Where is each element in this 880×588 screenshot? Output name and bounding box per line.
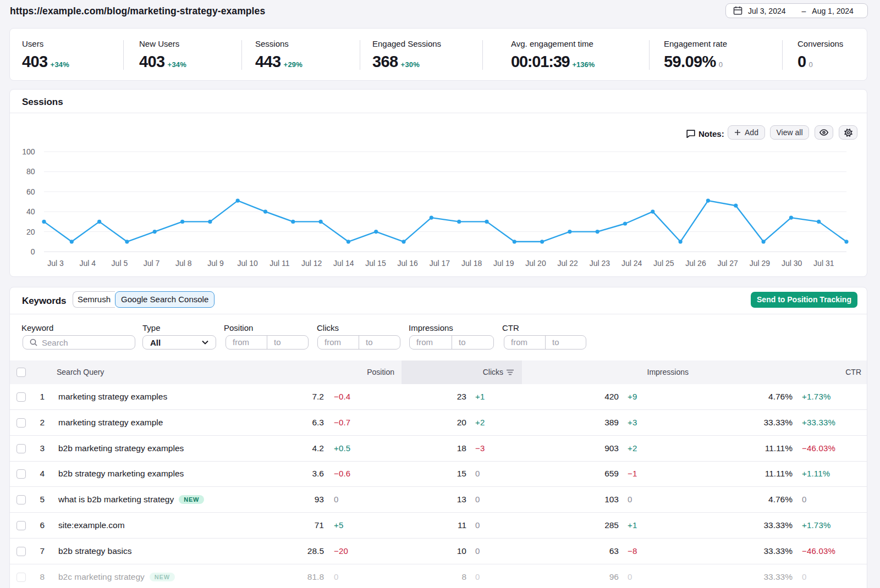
svg-text:80: 80 [26, 167, 35, 176]
svg-text:Jul 18: Jul 18 [461, 259, 482, 268]
svg-text:Jul 10: Jul 10 [238, 259, 258, 268]
svg-text:Jul 4: Jul 4 [79, 259, 96, 268]
svg-text:Jul 26: Jul 26 [685, 259, 706, 268]
svg-text:Jul 7: Jul 7 [144, 259, 160, 268]
svg-text:60: 60 [26, 187, 35, 196]
svg-text:Jul 16: Jul 16 [398, 259, 419, 268]
svg-text:Jul 19: Jul 19 [493, 259, 514, 268]
svg-text:Jul 31: Jul 31 [813, 259, 834, 268]
svg-text:Jul 24: Jul 24 [622, 259, 642, 268]
svg-text:Jul 25: Jul 25 [653, 259, 674, 268]
svg-text:0: 0 [31, 247, 35, 256]
svg-text:Jul 11: Jul 11 [270, 259, 290, 268]
svg-text:Jul 27: Jul 27 [718, 259, 739, 268]
svg-text:20: 20 [26, 228, 35, 236]
svg-text:Jul 15: Jul 15 [365, 259, 386, 268]
svg-text:Jul 17: Jul 17 [430, 259, 450, 268]
svg-text:Jul 22: Jul 22 [558, 259, 579, 268]
svg-text:100: 100 [22, 147, 35, 156]
svg-text:Jul 9: Jul 9 [207, 259, 224, 268]
svg-text:Jul 23: Jul 23 [590, 259, 610, 268]
svg-text:Jul 30: Jul 30 [782, 259, 802, 268]
svg-text:Jul 29: Jul 29 [750, 259, 771, 268]
svg-text:40: 40 [26, 207, 35, 216]
svg-text:Jul 14: Jul 14 [333, 259, 354, 268]
svg-text:Jul 8: Jul 8 [175, 259, 192, 268]
svg-text:Jul 5: Jul 5 [112, 259, 128, 268]
svg-text:Jul 12: Jul 12 [301, 259, 322, 268]
svg-text:Jul 3: Jul 3 [47, 259, 64, 268]
svg-text:Jul 20: Jul 20 [525, 259, 546, 268]
